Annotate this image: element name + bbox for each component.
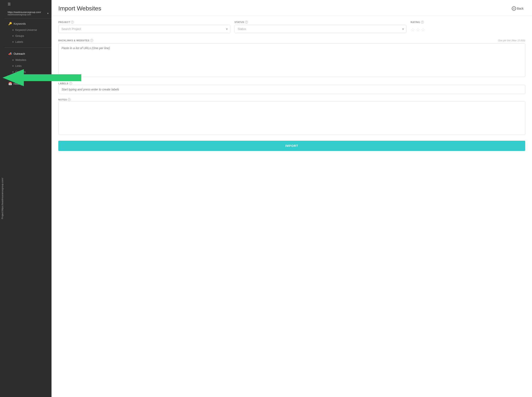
form-row-top: PROJECT ? Search Project STATUS ? Status [58, 21, 525, 35]
sidebar-item-keyword-universe[interactable]: Keyword Universe [5, 27, 51, 33]
sidebar-item-labels[interactable]: Labels [5, 39, 51, 45]
star-3[interactable]: ☆ [421, 27, 425, 33]
sidebar-item-labels-label: Labels [15, 40, 23, 43]
back-button[interactable]: ⊙ Back [510, 6, 525, 12]
sidebar-item-groups-label: Groups [15, 34, 24, 37]
nav-divider-2 [5, 77, 51, 78]
nav-history-section: 📅 History [5, 79, 51, 89]
nav-keywords-section: 🔑 Keywords Keyword Universe Groups Label… [5, 19, 51, 47]
bullet-icon [12, 35, 14, 37]
sidebar-item-history[interactable]: 📅 History [5, 80, 51, 87]
back-label: Back [517, 7, 524, 10]
bullet-icon [12, 41, 14, 43]
backlinks-field-group: BACKLINKS & WEBSITES ? One per line (Max… [58, 39, 525, 78]
sidebar-item-keyword-universe-label: Keyword Universe [15, 29, 37, 31]
status-select-wrapper: Status [234, 25, 406, 33]
notes-help-icon[interactable]: ? [68, 98, 71, 101]
import-button[interactable]: IMPORT [58, 141, 525, 151]
sidebar: ☰ https://eastinsurancegroup.com/ eastin… [5, 0, 51, 397]
hamburger-menu-button[interactable]: ☰ [5, 0, 51, 8]
sidebar-item-keywords-label: Keywords [14, 22, 26, 25]
labels-label: LABELS ? [58, 82, 525, 85]
stars-container: ☆ ☆ ☆ [411, 25, 526, 35]
project-select-wrapper: Search Project [58, 25, 230, 33]
star-2[interactable]: ☆ [416, 27, 420, 33]
back-circle-icon: ⊙ [512, 6, 516, 11]
sidebar-item-links[interactable]: Links [5, 63, 51, 69]
hamburger-icon: ☰ [8, 2, 11, 6]
sidebar-item-contacts[interactable]: Contacts [5, 69, 51, 75]
sidebar-item-websites[interactable]: Websites [5, 57, 51, 63]
project-select[interactable]: Search Project [58, 25, 230, 33]
status-label: STATUS ? [234, 21, 406, 24]
sidebar-site-info: https://eastinsurancegroup.com/ eastinsu… [8, 11, 41, 16]
sidebar-header[interactable]: https://eastinsurancegroup.com/ eastinsu… [5, 8, 51, 19]
project-help-icon[interactable]: ? [71, 21, 74, 24]
notes-label: NOTES ? [58, 98, 525, 101]
bullet-icon [12, 65, 14, 67]
keywords-icon: 🔑 [8, 22, 12, 25]
backlinks-label-row: BACKLINKS & WEBSITES ? One per line (Max… [58, 39, 525, 42]
sidebar-domain: eastinsurancegroup.com [8, 13, 41, 16]
rating-label: RATING ? [411, 21, 526, 24]
status-help-icon[interactable]: ? [245, 21, 248, 24]
page-header: Import Websites ⊙ Back [51, 0, 532, 16]
sidebar-item-keywords[interactable]: 🔑 Keywords [5, 20, 51, 27]
main-content: Import Websites ⊙ Back PROJECT ? Search … [51, 0, 532, 397]
sidebar-item-websites-label: Websites [15, 59, 26, 62]
status-field-group: STATUS ? Status [234, 21, 406, 33]
backlinks-help-icon[interactable]: ? [90, 39, 93, 42]
labels-help-icon[interactable]: ? [69, 82, 72, 85]
project-label: PROJECT ? [58, 21, 230, 24]
backlinks-textarea[interactable] [58, 43, 525, 77]
chevron-down-icon: ▾ [47, 12, 49, 15]
backlinks-hint: One per line (Max 10,000) [498, 39, 525, 42]
status-select[interactable]: Status [234, 25, 406, 33]
sidebar-item-outreach-label: Outreach [14, 52, 25, 55]
bullet-icon [12, 29, 14, 31]
project-field-group: PROJECT ? Search Project [58, 21, 230, 33]
labels-field-group: LABELS ? [58, 82, 525, 94]
rating-help-icon[interactable]: ? [421, 21, 424, 24]
sidebar-item-contacts-label: Contacts [15, 70, 26, 74]
import-form: PROJECT ? Search Project STATUS ? Status [51, 16, 532, 156]
notes-field-group: NOTES ? [58, 98, 525, 136]
bullet-icon [12, 71, 14, 73]
sidebar-item-links-label: Links [15, 64, 21, 68]
notes-textarea[interactable] [58, 101, 525, 135]
outreach-icon: 📣 [8, 52, 12, 55]
page-title: Import Websites [58, 5, 101, 12]
vertical-project-label: Project:https://eastinsurancegroup.com/ [0, 0, 5, 397]
star-1[interactable]: ☆ [411, 27, 415, 33]
sidebar-item-groups[interactable]: Groups [5, 33, 51, 39]
labels-input[interactable] [58, 85, 525, 94]
nav-outreach-section: 📣 Outreach Websites Links Contacts [5, 49, 51, 77]
sidebar-url: https://eastinsurancegroup.com/ [8, 11, 41, 13]
backlinks-label: BACKLINKS & WEBSITES ? [58, 39, 93, 42]
bullet-icon [12, 59, 14, 61]
rating-field-group: RATING ? ☆ ☆ ☆ [411, 21, 526, 35]
history-icon: 📅 [8, 82, 12, 85]
sidebar-item-history-label: History [14, 82, 22, 85]
sidebar-item-outreach[interactable]: 📣 Outreach [5, 50, 51, 57]
